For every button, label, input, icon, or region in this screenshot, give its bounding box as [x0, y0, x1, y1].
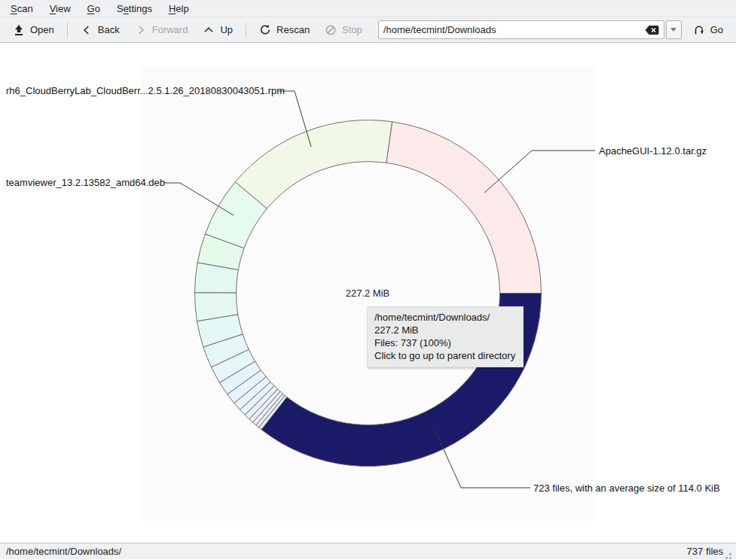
toolbar: Open Back Forward Up Rescan Stop: [0, 17, 736, 43]
forward-label: Forward: [152, 24, 188, 35]
up-button[interactable]: Up: [196, 20, 240, 40]
path-input[interactable]: [380, 24, 645, 35]
open-upload-icon: [13, 24, 25, 36]
ring-segment[interactable]: [235, 120, 392, 209]
toolbar-separator: [246, 23, 246, 38]
rescan-label: Rescan: [276, 24, 310, 35]
up-chevron-icon: [203, 24, 215, 36]
radial-map-view: rh6_CloudBerryLab_CloudBerr...2.5.1.26_2…: [0, 43, 736, 543]
tooltip-path: /home/tecmint/Downloads/: [374, 311, 515, 324]
stop-button[interactable]: Stop: [318, 20, 369, 40]
back-button[interactable]: Back: [74, 20, 127, 40]
stop-label: Stop: [342, 24, 362, 35]
menu-settings[interactable]: Settings: [109, 1, 160, 17]
tooltip-hint: Click to go up to parent directory: [374, 349, 515, 362]
open-button[interactable]: Open: [6, 20, 61, 40]
path-field[interactable]: [378, 20, 664, 39]
chart-callout-label: teamviewer_13.2.13582_amd64.deb: [6, 177, 165, 188]
statusbar-path: /home/tecmint/Downloads/: [6, 546, 121, 557]
resize-grip[interactable]: [729, 553, 731, 555]
back-chevron-icon: [81, 24, 93, 36]
menu-help[interactable]: Help: [161, 1, 197, 17]
toolbar-separator: [67, 23, 68, 38]
rescan-refresh-icon: [259, 24, 271, 36]
open-label: Open: [30, 24, 54, 35]
chevron-down-icon: [670, 28, 676, 32]
go-jump-arrow-icon: [693, 24, 705, 36]
forward-chevron-icon: [135, 24, 147, 36]
up-label: Up: [220, 24, 233, 35]
chart-callout-label: 723 files, with an average size of 114.0…: [533, 482, 720, 494]
menubar: ScanViewGoSettingsHelp: [0, 0, 736, 17]
ring-segment[interactable]: [386, 122, 542, 294]
go-label: Go: [710, 24, 723, 35]
back-label: Back: [98, 24, 120, 35]
tooltip-size: 227.2 MiB: [374, 324, 515, 336]
menu-scan[interactable]: Scan: [3, 1, 41, 17]
menu-view[interactable]: View: [42, 1, 78, 17]
menu-go[interactable]: Go: [80, 1, 108, 17]
statusbar-file-count: 737 files: [687, 546, 723, 557]
rescan-button[interactable]: Rescan: [252, 20, 316, 40]
chart-callout-label: ApacheGUI-1.12.0.tar.gz: [599, 145, 707, 157]
go-button[interactable]: Go: [686, 20, 730, 40]
statusbar: /home/tecmint/Downloads/ 737 files: [0, 543, 736, 559]
chart-callout-label: rh6_CloudBerryLab_CloudBerr...2.5.1.26_2…: [6, 85, 285, 96]
path-dropdown-button[interactable]: [666, 20, 682, 39]
stop-prohibition-icon: [325, 24, 337, 36]
ring-center-size-label[interactable]: 227.2 MiB: [346, 288, 390, 299]
location-bar: [378, 20, 682, 39]
forward-button[interactable]: Forward: [128, 20, 195, 40]
directory-tooltip: /home/tecmint/Downloads/ 227.2 MiB Files…: [367, 306, 524, 367]
tooltip-files: Files: 737 (100%): [374, 336, 515, 349]
clear-text-icon[interactable]: [645, 24, 660, 35]
